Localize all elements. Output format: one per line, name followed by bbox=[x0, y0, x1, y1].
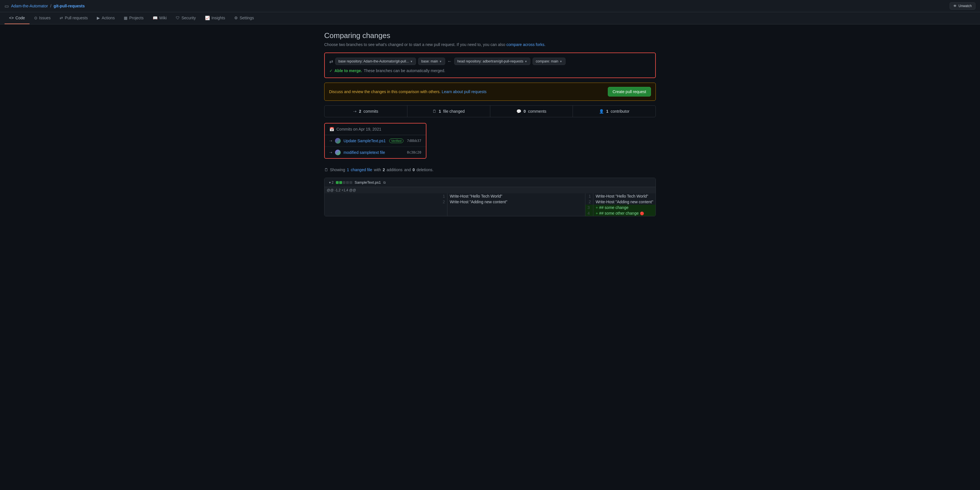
tab-actions-label: Actions bbox=[102, 16, 115, 20]
repo-icon: ▭ bbox=[5, 3, 9, 9]
left-line-code-2: Write-Host "Adding new content" bbox=[447, 199, 585, 205]
contributors-label: contributor bbox=[611, 109, 629, 113]
stats-bar: ⇢ 2 commits 🗒 1 file changed 💬 0 comment… bbox=[324, 105, 656, 117]
commits-count: 2 bbox=[359, 109, 361, 113]
left-line-code-4 bbox=[447, 210, 585, 216]
diff-row-2: 2 Write-Host "Adding new content" 2 Writ… bbox=[325, 199, 655, 205]
commit-row: ⇢ modified sampletext file 0c38c20 bbox=[325, 147, 426, 158]
projects-icon: ▦ bbox=[124, 16, 127, 20]
left-line-num-3 bbox=[325, 205, 447, 210]
issues-icon: ⊙ bbox=[34, 16, 38, 20]
left-line-num-4 bbox=[325, 210, 447, 216]
commit-hash: 7d8bb37 bbox=[407, 139, 421, 143]
nav-tabs: <> Code ⊙ Issues ⇄ Pull requests ▶ Actio… bbox=[0, 12, 980, 24]
right-line-num-3: 3 bbox=[585, 205, 593, 210]
neutral-square-1 bbox=[343, 181, 345, 184]
base-repo-selector[interactable]: base repository: Adam-the-Automator/git-… bbox=[335, 57, 416, 65]
comments-label: comments bbox=[528, 109, 547, 113]
right-line-num-1: 1 bbox=[585, 193, 593, 199]
base-branch-label: base: main bbox=[421, 59, 438, 63]
diff-file: ▾ 2 SampleText.ps1 ⧉ @@ -1,2 +1,4 @@ 1 bbox=[324, 178, 656, 216]
tab-settings-label: Settings bbox=[240, 16, 254, 20]
files-icon: 🗒 bbox=[433, 109, 436, 113]
chevron-down-icon-3: ▼ bbox=[524, 60, 527, 63]
commit-message-link[interactable]: Update SampleText.ps1 bbox=[344, 138, 386, 143]
tab-security[interactable]: 🛡 Security bbox=[171, 12, 200, 24]
deletions-label: deletions. bbox=[417, 167, 433, 172]
tab-projects[interactable]: ▦ Projects bbox=[119, 12, 148, 24]
repo-owner-link[interactable]: Adam-the-Automator bbox=[11, 4, 48, 8]
neutral-square-3 bbox=[350, 181, 352, 184]
commits-label: commits bbox=[363, 109, 378, 113]
commit-branch-icon: ⇢ bbox=[329, 139, 332, 143]
compare-forks-link[interactable]: compare across forks. bbox=[506, 42, 546, 47]
tab-code[interactable]: <> Code bbox=[5, 12, 30, 24]
compare-selectors: ⇄ base repository: Adam-the-Automator/gi… bbox=[329, 57, 651, 65]
additions-square-1 bbox=[336, 181, 339, 184]
files-summary: 🗒 Showing 1 changed file with 2 addition… bbox=[324, 165, 656, 174]
unwatch-button[interactable]: 👁 Unwatch bbox=[950, 2, 975, 10]
files-label: file changed bbox=[443, 109, 465, 113]
showing-text: Showing bbox=[330, 167, 345, 172]
create-pr-button[interactable]: Create pull request bbox=[608, 87, 651, 97]
repo-separator: / bbox=[50, 4, 51, 8]
diff-row-1: 1 Write-Host "Hello Tech World" 1 Write-… bbox=[325, 193, 655, 199]
diff-hunk-header: @@ -1,2 +1,4 @@ bbox=[325, 187, 655, 193]
tab-wiki-label: Wiki bbox=[159, 16, 167, 20]
changed-file-count[interactable]: 1 bbox=[347, 167, 349, 172]
contributors-stat: 👤 1 contributor bbox=[573, 106, 655, 117]
commit-hash-2: 0c38c20 bbox=[407, 151, 421, 154]
unwatch-label: Unwatch bbox=[958, 4, 972, 8]
head-repo-selector[interactable]: head repository: adbertram/git-pull-requ… bbox=[454, 57, 531, 65]
main-content: Comparing changes Choose two branches to… bbox=[320, 24, 660, 228]
with-text: with bbox=[374, 167, 381, 172]
tab-insights-label: Insights bbox=[212, 16, 225, 20]
commit-message-link-2[interactable]: modified sampletext file bbox=[344, 150, 385, 155]
insights-icon: 📈 bbox=[205, 16, 210, 20]
diff-row-4: 4 + ## some other change 🔴 bbox=[325, 210, 655, 216]
tab-security-label: Security bbox=[181, 16, 196, 20]
and-text: and bbox=[404, 167, 411, 172]
tab-settings[interactable]: ⚙ Settings bbox=[230, 12, 259, 24]
discussion-banner: Discuss and review the changes in this c… bbox=[324, 83, 656, 101]
compare-branch-selector[interactable]: compare: main ▼ bbox=[533, 57, 565, 65]
diff-table: 1 Write-Host "Hello Tech World" 1 Write-… bbox=[325, 193, 655, 216]
base-branch-selector[interactable]: base: main ▼ bbox=[418, 57, 445, 65]
top-bar: ▭ Adam-the-Automator / git-pull-requests… bbox=[0, 0, 980, 12]
tab-pull-requests[interactable]: ⇄ Pull requests bbox=[55, 12, 92, 24]
commit-calendar-icon: 📅 bbox=[329, 127, 334, 132]
wiki-icon: 📖 bbox=[153, 16, 158, 20]
code-icon: <> bbox=[9, 16, 14, 20]
comments-count: 0 bbox=[523, 109, 526, 113]
merge-able-text: Able to merge. bbox=[334, 68, 362, 73]
tab-insights[interactable]: 📈 Insights bbox=[200, 12, 230, 24]
tab-issues-label: Issues bbox=[39, 16, 51, 20]
subtitle-text: Choose two branches to see what's change… bbox=[324, 42, 505, 47]
left-arrow-icon: ← bbox=[447, 59, 452, 64]
pr-icon: ⇄ bbox=[60, 16, 63, 20]
compare-branch-label: compare: main bbox=[536, 59, 558, 63]
commit-branch-icon-2: ⇢ bbox=[329, 151, 332, 154]
changed-file-label: changed file bbox=[351, 167, 372, 172]
collapse-button[interactable]: ▾ 2 bbox=[329, 181, 334, 185]
repo-name[interactable]: git-pull-requests bbox=[54, 4, 85, 8]
tab-wiki[interactable]: 📖 Wiki bbox=[148, 12, 171, 24]
commit-row: ⇢ Update SampleText.ps1 Verified 7d8bb37 bbox=[325, 135, 426, 147]
merge-checkmark-icon: ✓ bbox=[329, 68, 333, 73]
tab-issues[interactable]: ⊙ Issues bbox=[30, 12, 55, 24]
compare-arrows-icon: ⇄ bbox=[329, 59, 333, 64]
diff-icon: 🗒 bbox=[324, 167, 328, 172]
page-title: Comparing changes bbox=[324, 31, 656, 40]
avatar-2 bbox=[335, 150, 340, 155]
actions-icon: ▶ bbox=[97, 16, 100, 20]
merge-suffix-text: These branches can be automatically merg… bbox=[364, 68, 445, 73]
commits-icon: ⇢ bbox=[353, 109, 356, 113]
copy-icon[interactable]: ⧉ bbox=[383, 181, 386, 185]
commits-header: 📅 Commits on Apr 19, 2021 bbox=[325, 124, 426, 135]
tab-actions[interactable]: ▶ Actions bbox=[92, 12, 119, 24]
right-line-num-4: 4 bbox=[585, 210, 593, 216]
left-line-code-1: Write-Host "Hello Tech World" bbox=[447, 193, 585, 199]
files-stat: 🗒 1 file changed bbox=[407, 106, 490, 117]
learn-about-pr-link[interactable]: Learn about pull requests bbox=[442, 89, 487, 94]
contributors-icon: 👤 bbox=[599, 109, 604, 113]
